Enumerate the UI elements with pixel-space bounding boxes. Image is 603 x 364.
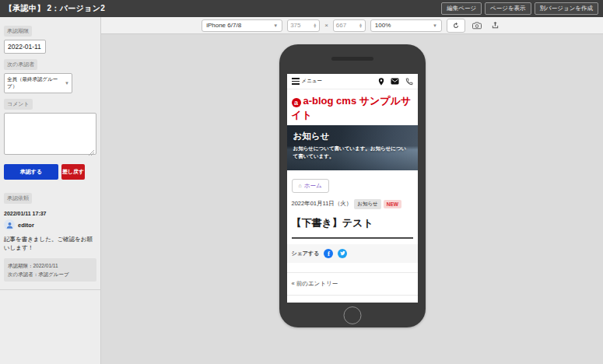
entry-title: 【下書き】テスト [292, 216, 413, 239]
category-badge[interactable]: お知らせ [354, 199, 380, 209]
site-logo-icon: a [292, 98, 301, 107]
home-icon: ⌂ [299, 183, 302, 188]
phone-speaker [331, 57, 373, 61]
breadcrumb-home-label: ホーム [304, 182, 322, 190]
export-button[interactable] [489, 19, 503, 33]
entry-date: 2022年01月11日（火） [292, 200, 352, 208]
user-avatar-icon [4, 219, 15, 230]
chevron-down-icon: ▼ [65, 81, 69, 86]
prev-entry-link[interactable]: « 前のエントリー [287, 272, 418, 296]
next-approver-select[interactable]: 全員（最終承認グループ） ▼ [4, 73, 72, 93]
mail-icon[interactable] [391, 78, 399, 85]
nav-icons [378, 78, 413, 86]
create-version-button[interactable]: 別バージョンを作成 [535, 2, 598, 15]
viewport-width-input[interactable]: 375 ▲▼ [287, 19, 320, 32]
twitter-icon[interactable] [338, 249, 347, 258]
history-timestamp: 2022/01/11 17:37 [4, 211, 96, 216]
zoom-select[interactable]: 100% ▼ [370, 19, 442, 32]
facebook-icon[interactable]: f [324, 249, 333, 258]
hero-title: お知らせ [293, 131, 412, 142]
history-divider [0, 289, 100, 290]
view-page-button[interactable]: ページを表示 [485, 2, 531, 15]
hero-banner: お知らせ お知らせについて書いています。お知らせについて書いています。 [287, 125, 418, 170]
app-header: 【承認中】 2：バージョン2 編集ページ ページを表示 別バージョンを作成 [0, 0, 603, 17]
deadline-label: 承認期限 [4, 26, 32, 37]
header-actions: 編集ページ ページを表示 別バージョンを作成 [441, 2, 598, 15]
history-badge: 承認依頼 [4, 193, 32, 204]
history-user-name: editor [18, 222, 34, 229]
reject-button[interactable]: 差し戻す [61, 164, 85, 180]
history-deadline-line: 承認期限：2022/01/11 [8, 261, 93, 270]
site-nav: メニュー [287, 74, 418, 89]
next-approver-label: 次の承認者 [4, 59, 37, 70]
refresh-icon [452, 22, 460, 30]
edit-page-button[interactable]: 編集ページ [441, 2, 482, 15]
device-select-value: iPhone 6/7/8 [206, 22, 241, 29]
hero-description: お知らせについて書いています。お知らせについて書いています。 [293, 145, 412, 161]
entry-meta: 2022年01月11日（火） お知らせ NEW [287, 197, 418, 212]
approve-button[interactable]: 承認する [4, 164, 58, 180]
deadline-date-input[interactable] [4, 40, 46, 54]
device-select[interactable]: iPhone 6/7/8 ▼ [202, 19, 282, 32]
site-title[interactable]: aa-blog cms サンプルサイト [292, 94, 413, 121]
next-approver-value: 全員（最終承認グループ） [7, 76, 62, 90]
history-user-row: editor [4, 219, 96, 230]
breadcrumb: ⌂ ホーム [287, 170, 418, 197]
viewport-height-value: 667 [336, 22, 346, 29]
stepper-icon[interactable]: ▲▼ [313, 23, 317, 28]
comment-label: コメント [4, 99, 33, 110]
approval-history: 承認依頼 2022/01/11 17:37 editor 記事を書きました。ご確… [4, 189, 96, 290]
camera-icon [472, 22, 482, 30]
approval-sidebar: 承認期限 次の承認者 全員（最終承認グループ） ▼ コメント 承認する 差し戻す… [0, 17, 101, 364]
phone-home-button[interactable] [343, 306, 361, 324]
viewport-height-input[interactable]: 667 ▲▼ [333, 19, 366, 32]
page-title: 【承認中】 2：バージョン2 [5, 3, 105, 14]
location-pin-icon[interactable] [378, 78, 384, 86]
history-info-box: 承認期限：2022/01/11 次の承認者：承認グループ [4, 258, 96, 282]
history-message: 記事を書きました。ご確認をお願いします！ [4, 235, 96, 253]
site-header: aa-blog cms サンプルサイト [287, 89, 418, 125]
history-approver-line: 次の承認者：承認グループ [8, 270, 93, 278]
share-label: シェアする [292, 250, 320, 257]
screenshot-button[interactable] [470, 19, 484, 33]
approval-buttons: 承認する 差し戻す [4, 164, 96, 180]
stepper-icon[interactable]: ▲▼ [359, 23, 363, 28]
phone-call-icon[interactable] [405, 78, 413, 86]
upload-icon [491, 21, 500, 30]
chevron-down-icon: ▼ [273, 23, 278, 28]
device-toolbar: iPhone 6/7/8 ▼ 375 ▲▼ × 667 ▲▼ 100% ▼ [101, 17, 603, 34]
phone-screen: メニュー aa-blog cms サンプルサイト [287, 74, 418, 303]
preview-area: iPhone 6/7/8 ▼ 375 ▲▼ × 667 ▲▼ 100% ▼ [101, 17, 603, 364]
hamburger-menu-icon[interactable] [292, 78, 300, 85]
chevron-down-icon: ▼ [433, 23, 437, 28]
dimension-separator: × [324, 22, 328, 29]
breadcrumb-home-link[interactable]: ⌂ ホーム [292, 179, 329, 193]
menu-label[interactable]: メニュー [302, 78, 322, 85]
phone-mockup: メニュー aa-blog cms サンプルサイト [279, 44, 426, 327]
refresh-button[interactable] [447, 19, 465, 33]
new-badge: NEW [384, 200, 401, 208]
zoom-select-value: 100% [375, 22, 391, 29]
comment-textarea[interactable] [4, 113, 96, 155]
share-bar: シェアする f [287, 244, 418, 263]
site-title-text: a-blog cms サンプルサイト [292, 95, 412, 121]
viewport-width-value: 375 [290, 22, 300, 29]
